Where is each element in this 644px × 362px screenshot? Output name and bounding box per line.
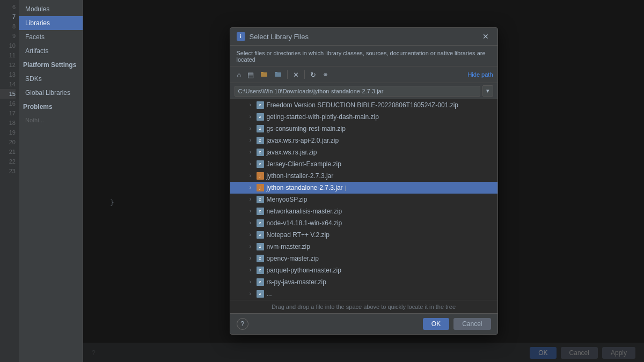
file-row-javax-api[interactable]: › z javax.ws.rs-api-2.0.jar.zip bbox=[230, 135, 497, 146]
dialog-help-button[interactable]: ? bbox=[237, 318, 248, 330]
chevron-icon: › bbox=[245, 242, 256, 252]
chevron-icon: › bbox=[245, 254, 256, 263]
file-row-notepad[interactable]: › z Notepad RT++ V.2.zip bbox=[230, 229, 497, 241]
file-row-nvm[interactable]: › z nvm-master.zip bbox=[230, 241, 497, 253]
file-name: Jersey-Client-Example.zip bbox=[267, 159, 341, 169]
svg-rect-1 bbox=[261, 72, 264, 73]
line-11: 11 bbox=[0, 50, 16, 60]
file-row-javax-ws[interactable]: › z javax.ws.rs.jar.zip bbox=[230, 146, 497, 158]
file-name: ... bbox=[267, 289, 272, 299]
chevron-icon: › bbox=[245, 230, 256, 240]
svg-rect-0 bbox=[261, 72, 267, 77]
zip-icon: z bbox=[256, 160, 265, 168]
file-row-plotly[interactable]: › z geting-started-with-plotly-dash-main… bbox=[230, 111, 497, 123]
file-row-freedom[interactable]: › z Freedom Version SEDUCTION BIBLE-2022… bbox=[230, 99, 497, 111]
zip-icon: z bbox=[256, 254, 265, 263]
chevron-icon: › bbox=[245, 136, 256, 145]
delete-button[interactable]: ✕ bbox=[290, 70, 302, 80]
path-dropdown-button[interactable]: ▾ bbox=[482, 85, 493, 97]
drag-hint: Drag and drop a file into the space abov… bbox=[230, 300, 497, 313]
file-name: Freedom Version SEDUCTION BIBLE-20220806… bbox=[267, 100, 459, 110]
sidebar-item-facets[interactable]: Facets bbox=[19, 30, 83, 44]
file-name: MenyooSP.zip bbox=[267, 195, 308, 204]
chevron-icon: › bbox=[245, 124, 256, 134]
line-8: 8 bbox=[0, 21, 16, 31]
file-toolbar: ⌂ ▤ ✕ bbox=[230, 67, 497, 83]
file-row-opencv[interactable]: › z opencv-master.zip bbox=[230, 253, 497, 264]
file-row-menyoo[interactable]: › z MenyooSP.zip bbox=[230, 194, 497, 205]
file-list[interactable]: › z Freedom Version SEDUCTION BIBLE-2022… bbox=[230, 99, 497, 300]
toolbar-separator-1 bbox=[287, 70, 288, 79]
file-row-gs[interactable]: › z gs-consuming-rest-main.zip bbox=[230, 123, 497, 135]
line-6: 6 bbox=[0, 2, 16, 12]
line-19: 19 bbox=[0, 128, 16, 137]
refresh-button[interactable]: ↻ bbox=[308, 70, 319, 80]
zip-icon: z bbox=[256, 101, 265, 109]
sidebar-item-sdks[interactable]: SDKs bbox=[19, 72, 83, 86]
line-21: 21 bbox=[0, 147, 16, 157]
zip-icon: z bbox=[256, 242, 265, 251]
file-row-jython-installer[interactable]: › j jython-installer-2.7.3.jar bbox=[230, 170, 497, 182]
file-row-more[interactable]: › z ... bbox=[230, 288, 497, 300]
toolbar-separator-2 bbox=[304, 70, 305, 79]
jar-icon: j bbox=[256, 172, 265, 180]
line-17: 17 bbox=[0, 108, 16, 118]
folder2-button[interactable] bbox=[272, 69, 284, 80]
zip-icon: z bbox=[256, 219, 265, 227]
zip-icon: z bbox=[256, 195, 265, 204]
jar-icon: j bbox=[256, 183, 265, 192]
zip-icon: z bbox=[256, 207, 265, 216]
file-name: opencv-master.zip bbox=[267, 254, 319, 263]
file-row-jython-standalone[interactable]: › j jython-standalone-2.7.3.jar | bbox=[230, 182, 497, 194]
file-name: nvm-master.zip bbox=[267, 242, 310, 252]
line-numbers-gutter: 6 7 ▶ 8 9 10 11 12 13 14 15 16 17 18 19 … bbox=[0, 0, 19, 362]
sidebar-item-artifacts[interactable]: Artifacts bbox=[19, 44, 83, 58]
line-10: 10 bbox=[0, 41, 16, 50]
cursor-indicator: | bbox=[345, 183, 347, 193]
dialog-app-icon: i bbox=[237, 32, 245, 41]
disk-button[interactable]: ▤ bbox=[245, 70, 257, 80]
editor-area: } i Select Library Files ✕ Select files … bbox=[83, 0, 644, 362]
sidebar-nav: Modules Libraries Facets Artifacts Platf… bbox=[19, 0, 83, 362]
line-16: 16 bbox=[0, 99, 16, 108]
dialog-close-button[interactable]: ✕ bbox=[480, 32, 491, 41]
chevron-icon: › bbox=[245, 147, 256, 157]
file-name: javax.ws.rs-api-2.0.jar.zip bbox=[267, 136, 339, 145]
problems-header: Problems bbox=[19, 100, 83, 114]
chevron-icon: › bbox=[245, 171, 256, 181]
line-13: 13 bbox=[0, 70, 16, 79]
sidebar-item-global-libraries[interactable]: Global Libraries bbox=[19, 86, 83, 100]
chevron-icon: › bbox=[245, 183, 256, 193]
link-button[interactable]: ⚭ bbox=[320, 70, 331, 80]
main-layout: 6 7 ▶ 8 9 10 11 12 13 14 15 16 17 18 19 … bbox=[0, 0, 644, 362]
chevron-icon: › bbox=[245, 159, 256, 169]
line-7: 7 ▶ bbox=[0, 12, 16, 21]
file-row-jersey[interactable]: › z Jersey-Client-Example.zip bbox=[230, 158, 497, 170]
file-row-network[interactable]: › z networkanalisis-master.zip bbox=[230, 205, 497, 217]
folder-button[interactable] bbox=[258, 69, 270, 80]
dialog-cancel-button[interactable]: Cancel bbox=[453, 318, 491, 330]
zip-icon: z bbox=[256, 148, 265, 157]
hide-path-link[interactable]: Hide path bbox=[467, 71, 493, 78]
zip-icon: z bbox=[256, 290, 265, 298]
line-9: 9 bbox=[0, 31, 16, 41]
file-row-parquet[interactable]: › z parquet-python-master.zip bbox=[230, 264, 497, 276]
svg-rect-2 bbox=[275, 72, 281, 77]
file-name: jython-installer-2.7.3.jar bbox=[267, 171, 334, 181]
file-name: geting-started-with-plotly-dash-main.zip bbox=[267, 112, 379, 122]
path-input[interactable] bbox=[235, 86, 480, 97]
file-row-node[interactable]: › z node-v14.18.1-win-x64.zip bbox=[230, 217, 497, 229]
sidebar-item-modules[interactable]: Modules bbox=[19, 2, 83, 16]
file-name: networkanalisis-master.zip bbox=[267, 206, 342, 216]
zip-icon: z bbox=[256, 124, 265, 133]
sidebar-item-libraries[interactable]: Libraries bbox=[19, 16, 83, 30]
line-15: 15 bbox=[0, 89, 16, 99]
dialog-ok-button[interactable]: OK bbox=[423, 318, 449, 330]
modal-overlay: i Select Library Files ✕ Select files or… bbox=[83, 0, 644, 362]
chevron-icon: › bbox=[245, 100, 256, 110]
home-button[interactable]: ⌂ bbox=[235, 70, 244, 80]
dialog-title-bar: i Select Library Files ✕ bbox=[230, 28, 497, 46]
svg-rect-3 bbox=[275, 72, 277, 73]
file-row-rs-py[interactable]: › z rs-py-java-master.zip bbox=[230, 276, 497, 288]
line-14: 14 bbox=[0, 79, 16, 89]
